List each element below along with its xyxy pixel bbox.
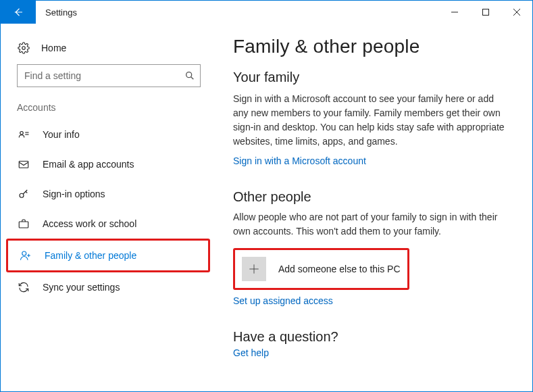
key-icon bbox=[17, 187, 30, 201]
nav-home-label: Home bbox=[41, 43, 66, 53]
briefcase-icon bbox=[17, 217, 30, 230]
nav-family-other-people[interactable]: Family & other people bbox=[8, 241, 208, 270]
nav-label: Email & app accounts bbox=[43, 159, 134, 170]
svg-point-13 bbox=[22, 251, 26, 255]
nav-sync-settings[interactable]: Sync your settings bbox=[1, 272, 217, 302]
window-title: Settings bbox=[36, 1, 439, 24]
svg-rect-10 bbox=[19, 162, 28, 168]
category-label: Accounts bbox=[1, 102, 217, 120]
titlebar: Settings bbox=[1, 1, 532, 24]
nav-email-accounts[interactable]: Email & app accounts bbox=[1, 149, 217, 179]
minimize-icon bbox=[451, 9, 458, 16]
add-someone-highlight: Add someone else to this PC bbox=[233, 248, 409, 290]
gear-icon bbox=[17, 41, 30, 55]
add-someone-button[interactable]: Add someone else to this PC bbox=[240, 254, 402, 284]
question-heading: Have a question? bbox=[233, 329, 508, 345]
sync-icon bbox=[17, 280, 30, 294]
page-title: Family & other people bbox=[233, 36, 508, 57]
signin-microsoft-link[interactable]: Sign in with a Microsoft account bbox=[233, 155, 366, 166]
nav-label: Family & other people bbox=[45, 250, 136, 261]
nav-home[interactable]: Home bbox=[1, 37, 217, 64]
nav-label: Access work or school bbox=[43, 218, 136, 229]
settings-window: Settings Home bbox=[0, 0, 533, 392]
window-body: Home Accounts Your info Email & app bbox=[1, 24, 532, 391]
search-input[interactable] bbox=[17, 64, 201, 87]
close-icon bbox=[513, 9, 520, 16]
get-help-link[interactable]: Get help bbox=[233, 347, 269, 358]
svg-point-4 bbox=[22, 47, 26, 50]
window-controls bbox=[439, 1, 532, 24]
search-wrap bbox=[17, 64, 201, 87]
svg-point-11 bbox=[20, 193, 24, 197]
plus-icon bbox=[242, 257, 266, 281]
search-icon bbox=[184, 70, 195, 81]
svg-point-5 bbox=[186, 72, 192, 78]
nav-label: Sign-in options bbox=[43, 189, 105, 199]
svg-rect-1 bbox=[483, 9, 489, 16]
svg-point-7 bbox=[20, 132, 24, 135]
svg-rect-12 bbox=[19, 222, 28, 228]
nav-label: Your info bbox=[43, 129, 80, 140]
sidebar-highlight: Family & other people bbox=[6, 239, 210, 272]
arrow-left-icon bbox=[12, 6, 24, 18]
family-icon bbox=[19, 249, 32, 262]
maximize-button[interactable] bbox=[470, 1, 501, 24]
sidebar: Home Accounts Your info Email & app bbox=[1, 24, 217, 391]
nav-access-work-school[interactable]: Access work or school bbox=[1, 209, 217, 239]
main-panel: Family & other people Your family Sign i… bbox=[217, 24, 532, 391]
maximize-icon bbox=[482, 9, 489, 16]
minimize-button[interactable] bbox=[439, 1, 470, 24]
add-someone-label: Add someone else to this PC bbox=[278, 264, 401, 274]
nav-label: Sync your settings bbox=[43, 282, 120, 293]
other-people-body: Allow people who are not part of your fa… bbox=[233, 210, 508, 239]
other-people-heading: Other people bbox=[233, 189, 508, 205]
close-button[interactable] bbox=[501, 1, 532, 24]
svg-line-6 bbox=[191, 77, 194, 80]
back-button[interactable] bbox=[1, 1, 36, 24]
nav-signin-options[interactable]: Sign-in options bbox=[1, 179, 217, 209]
user-card-icon bbox=[17, 128, 30, 141]
nav-your-info[interactable]: Your info bbox=[1, 120, 217, 149]
your-family-body: Sign in with a Microsoft account to see … bbox=[233, 92, 508, 149]
assigned-access-link[interactable]: Set up assigned access bbox=[233, 295, 333, 306]
your-family-heading: Your family bbox=[233, 70, 508, 85]
mail-icon bbox=[17, 157, 30, 171]
